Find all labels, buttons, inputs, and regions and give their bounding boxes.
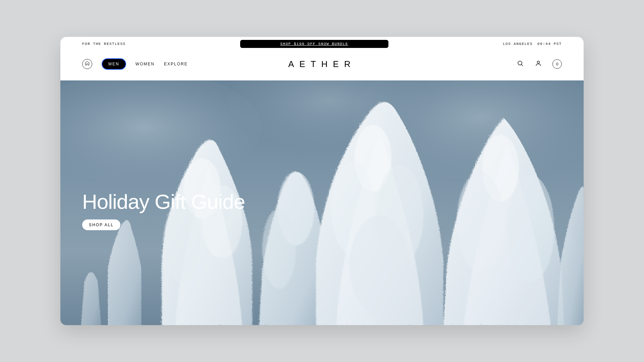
nav-item-label: MEN [108,62,119,66]
shop-all-label: SHOP ALL [89,223,114,227]
home-button[interactable] [82,59,92,69]
app-window: FOR THE RESTLESS SHOP $100 OFF SNOW BUND… [60,37,584,325]
location-time: LOS ANGELES 06:44 PST [503,42,562,46]
promo-link[interactable]: SHOP $100 OFF SNOW BUNDLE [280,42,348,46]
cart-button[interactable]: 0 [552,59,562,69]
nav-right: 0 [516,59,562,69]
promo-banner[interactable]: SHOP $100 OFF SNOW BUNDLE [240,40,389,48]
tagline: FOR THE RESTLESS [82,42,126,46]
svg-point-0 [518,61,522,65]
hero-title: Holiday Gift Guide [82,190,245,214]
navbar: MEN WOMEN EXPLORE AETHER [60,51,584,80]
nav-item-label: EXPLORE [164,62,188,66]
nav-item-label: WOMEN [136,62,155,66]
nav-item-men[interactable]: MEN [102,58,126,70]
search-button[interactable] [516,60,524,68]
user-icon [535,60,542,68]
nav-left: MEN WOMEN EXPLORE [82,58,188,70]
svg-point-15 [349,215,409,315]
hero-content: Holiday Gift Guide SHOP ALL [82,190,245,230]
cart-count: 0 [556,62,558,66]
nav-item-explore[interactable]: EXPLORE [164,62,188,66]
svg-line-1 [521,64,523,66]
svg-point-11 [262,208,295,288]
shop-all-button[interactable]: SHOP ALL [82,220,120,230]
hero-section: Holiday Gift Guide SHOP ALL [60,80,584,325]
nav-item-women[interactable]: WOMEN [136,62,155,66]
svg-point-18 [506,174,553,282]
location-label: LOS ANGELES [503,42,533,46]
home-icon [85,61,90,67]
brand-logo[interactable]: AETHER [288,59,356,69]
topbar: FOR THE RESTLESS SHOP $100 OFF SNOW BUND… [60,37,584,51]
time-label: 06:44 PST [537,42,562,46]
svg-point-2 [537,61,540,63]
svg-point-17 [456,171,503,272]
search-icon [517,60,524,68]
account-button[interactable] [534,60,542,68]
